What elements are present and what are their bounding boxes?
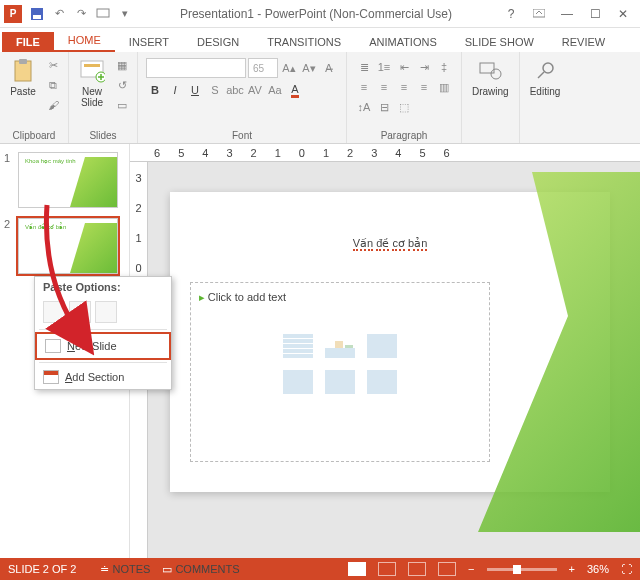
columns-icon[interactable]: ▥ xyxy=(435,78,453,96)
font-family-select[interactable] xyxy=(146,58,246,78)
svg-rect-5 xyxy=(19,59,27,64)
drawing-button[interactable]: Drawing xyxy=(468,56,513,99)
group-slides: New Slide ▦ ↺ ▭ Slides xyxy=(69,52,138,143)
numbering-icon[interactable]: 1≡ xyxy=(375,58,393,76)
format-painter-icon[interactable]: 🖌 xyxy=(44,96,62,114)
bullets-icon[interactable]: ≣ xyxy=(355,58,373,76)
align-left-icon[interactable]: ≡ xyxy=(355,78,373,96)
insert-picture-icon[interactable] xyxy=(283,370,313,394)
context-new-slide[interactable]: New Slide xyxy=(35,332,171,360)
paste-dest-theme-icon[interactable] xyxy=(43,301,65,323)
shrink-font-icon[interactable]: A▾ xyxy=(300,59,318,77)
align-text-icon[interactable]: ⊟ xyxy=(375,98,393,116)
insert-smartart-icon[interactable] xyxy=(367,334,397,358)
underline-button[interactable]: U xyxy=(186,81,204,99)
zoom-in-button[interactable]: + xyxy=(569,563,575,575)
sorter-view-icon[interactable] xyxy=(378,562,396,576)
svg-point-11 xyxy=(543,63,553,73)
paste-button[interactable]: Paste xyxy=(6,56,40,99)
thumbnail-2[interactable]: Vấn đề cơ bản xyxy=(18,218,118,274)
font-color-icon[interactable]: A xyxy=(286,81,304,99)
grow-font-icon[interactable]: A▴ xyxy=(280,59,298,77)
content-placeholder[interactable]: ▸ Click to add text xyxy=(190,282,490,462)
align-right-icon[interactable]: ≡ xyxy=(395,78,413,96)
align-center-icon[interactable]: ≡ xyxy=(375,78,393,96)
copy-icon[interactable]: ⧉ xyxy=(44,76,62,94)
qat-more-icon[interactable]: ▾ xyxy=(116,5,134,23)
insert-video-icon[interactable] xyxy=(367,370,397,394)
slide-indicator[interactable]: SLIDE 2 OF 2 xyxy=(8,563,76,575)
tab-insert[interactable]: INSERT xyxy=(115,32,183,52)
clear-format-icon[interactable]: A̶ xyxy=(320,59,338,77)
slide-canvas[interactable]: 6543210123456 3210123 Vấn đề cơ bản ▸ Cl… xyxy=(130,144,640,558)
slideshow-view-icon[interactable] xyxy=(438,562,456,576)
zoom-slider[interactable] xyxy=(487,568,557,571)
svg-rect-3 xyxy=(533,9,545,17)
tab-slideshow[interactable]: SLIDE SHOW xyxy=(451,32,548,52)
new-slide-icon xyxy=(45,339,61,353)
paste-keep-source-icon[interactable] xyxy=(69,301,91,323)
shadow-button[interactable]: abc xyxy=(226,81,244,99)
tab-file[interactable]: FILE xyxy=(2,32,54,52)
tab-transitions[interactable]: TRANSITIONS xyxy=(253,32,355,52)
help-icon[interactable]: ? xyxy=(498,4,524,24)
reset-icon[interactable]: ↺ xyxy=(113,76,131,94)
fit-to-window-icon[interactable]: ⛶ xyxy=(621,563,632,575)
context-add-section[interactable]: Add Section xyxy=(35,365,171,389)
char-spacing-icon[interactable]: AV xyxy=(246,81,264,99)
group-drawing: Drawing xyxy=(462,52,520,143)
change-case-icon[interactable]: Aa xyxy=(266,81,284,99)
strike-button[interactable]: S xyxy=(206,81,224,99)
insert-table-icon[interactable] xyxy=(283,334,313,358)
maximize-icon[interactable]: ☐ xyxy=(582,4,608,24)
bold-button[interactable]: B xyxy=(146,81,164,99)
zoom-out-button[interactable]: − xyxy=(468,563,474,575)
ribbon-tabs: FILE HOME INSERT DESIGN TRANSITIONS ANIM… xyxy=(0,28,640,52)
comments-button[interactable]: ▭ COMMENTS xyxy=(162,563,239,576)
new-slide-icon xyxy=(79,58,105,84)
notes-button[interactable]: ≐ NOTES xyxy=(100,563,150,576)
new-slide-button[interactable]: New Slide xyxy=(75,56,109,110)
section-icon[interactable]: ▭ xyxy=(113,96,131,114)
undo-icon[interactable]: ↶ xyxy=(50,5,68,23)
context-menu: Paste Options: New Slide Add Section xyxy=(34,276,172,390)
slide[interactable]: Vấn đề cơ bản ▸ Click to add text xyxy=(170,192,610,492)
redo-icon[interactable]: ↷ xyxy=(72,5,90,23)
thumb-number: 2 xyxy=(4,218,14,274)
line-spacing-icon[interactable]: ‡ xyxy=(435,58,453,76)
indent-right-icon[interactable]: ⇥ xyxy=(415,58,433,76)
editing-button[interactable]: Editing xyxy=(526,56,565,99)
tab-design[interactable]: DESIGN xyxy=(183,32,253,52)
insert-chart-icon[interactable] xyxy=(325,334,355,358)
slide-title[interactable]: Vấn đề cơ bản xyxy=(170,222,610,254)
tab-review[interactable]: REVIEW xyxy=(548,32,619,52)
smartart-icon[interactable]: ⬚ xyxy=(395,98,413,116)
cut-icon[interactable]: ✂ xyxy=(44,56,62,74)
title-bar: P ↶ ↷ ▾ Presentation1 - PowerPoint (Non-… xyxy=(0,0,640,28)
close-icon[interactable]: ✕ xyxy=(610,4,636,24)
paste-icon xyxy=(10,58,36,84)
tab-animations[interactable]: ANIMATIONS xyxy=(355,32,451,52)
normal-view-icon[interactable] xyxy=(348,562,366,576)
tab-home[interactable]: HOME xyxy=(54,30,115,52)
svg-line-12 xyxy=(538,72,544,78)
group-label-font: Font xyxy=(144,130,340,141)
ruler-horizontal: 6543210123456 xyxy=(130,144,640,162)
context-new-slide-label: New Slide xyxy=(67,340,117,352)
font-size-select[interactable]: 65 xyxy=(248,58,278,78)
layout-icon[interactable]: ▦ xyxy=(113,56,131,74)
italic-button[interactable]: I xyxy=(166,81,184,99)
indent-left-icon[interactable]: ⇤ xyxy=(395,58,413,76)
zoom-level[interactable]: 36% xyxy=(587,563,609,575)
context-add-section-label: Add Section xyxy=(65,371,124,383)
justify-icon[interactable]: ≡ xyxy=(415,78,433,96)
start-slideshow-icon[interactable] xyxy=(94,5,112,23)
text-direction-icon[interactable]: ↕A xyxy=(355,98,373,116)
minimize-icon[interactable]: — xyxy=(554,4,580,24)
thumbnail-1[interactable]: Khoa học máy tính xyxy=(18,152,118,208)
save-icon[interactable] xyxy=(28,5,46,23)
paste-picture-icon[interactable] xyxy=(95,301,117,323)
reading-view-icon[interactable] xyxy=(408,562,426,576)
insert-online-picture-icon[interactable] xyxy=(325,370,355,394)
ribbon-options-icon[interactable] xyxy=(526,4,552,24)
